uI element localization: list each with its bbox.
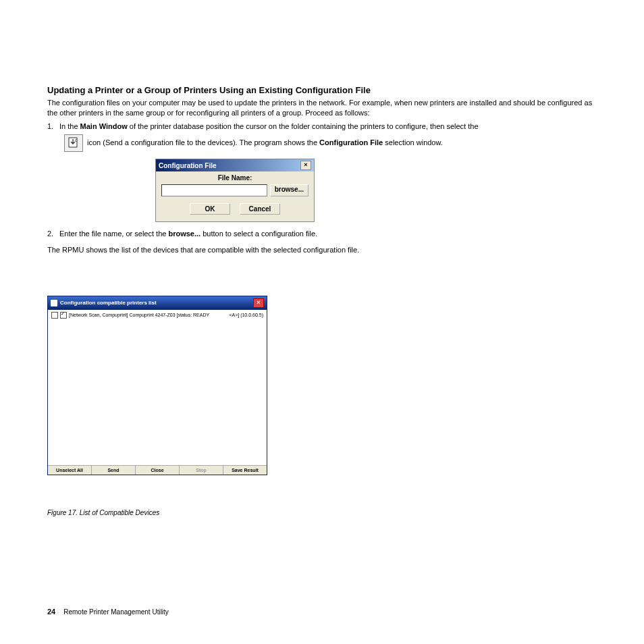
dialog1-titlebar: Configuration File × — [156, 159, 314, 171]
dialog2-footer: Unselect All Send Close Stop Save Result — [48, 465, 267, 475]
ok-button[interactable]: OK — [190, 203, 230, 215]
step-number: 1. — [47, 122, 59, 132]
step-2: 2.Enter the file name, or select the bro… — [47, 229, 597, 239]
compatible-printers-dialog: Configuration compatible printers list ×… — [47, 296, 267, 475]
step1-text-c: icon (Send a configuration file to the d… — [87, 138, 319, 146]
browse-button[interactable]: browse... — [270, 184, 308, 196]
send-config-icon: c — [64, 134, 83, 152]
step-1: 1.In the Main Window of the printer data… — [47, 122, 597, 132]
dialog2-title: Configuration compatible printers list — [60, 300, 157, 306]
footer-title: Remote Printer Management Utility — [63, 608, 169, 616]
close-button[interactable]: Close — [136, 466, 180, 475]
step-number: 2. — [47, 229, 59, 239]
svg-text:c: c — [75, 138, 78, 142]
step1-bold1: Main Window — [80, 122, 128, 130]
send-button[interactable]: Send — [92, 466, 136, 475]
save-result-button[interactable]: Save Result — [223, 466, 267, 475]
checkbox[interactable] — [51, 312, 58, 319]
close-icon[interactable]: × — [300, 161, 311, 170]
step1-text-d: selection window. — [383, 138, 443, 146]
step2-bold1: browse... — [168, 230, 200, 238]
step1-text-a: In the — [59, 122, 80, 130]
unselect-all-button[interactable]: Unselect All — [48, 466, 92, 475]
close-icon[interactable]: × — [253, 298, 264, 308]
stop-button: Stop — [180, 466, 223, 475]
step2-text-a: Enter the file name, or select the — [59, 230, 168, 238]
printer-row-right: <A>] (10.0.60.5) — [229, 313, 263, 317]
file-name-label: File Name: — [161, 174, 308, 182]
list-item[interactable]: [Network Scan, Compuprint] Compuprint 42… — [51, 312, 263, 319]
step2-text-b: button to select a configuration file. — [200, 230, 317, 238]
dialog2-titlebar: Configuration compatible printers list × — [48, 296, 267, 310]
step-1-continued: c icon (Send a configuration file to the… — [47, 134, 597, 152]
page-footer: 24Remote Printer Management Utility — [47, 608, 169, 616]
step1-text-b: of the printer database position the cur… — [128, 122, 479, 130]
config-file-dialog: Configuration File × File Name: browse..… — [155, 159, 315, 222]
dialog1-title: Configuration File — [159, 162, 217, 169]
section-heading: Updating a Printer or a Group of Printer… — [47, 85, 597, 95]
intro-paragraph: The configuration files on your computer… — [47, 98, 597, 119]
cancel-button[interactable]: Cancel — [240, 203, 280, 215]
printer-list: [Network Scan, Compuprint] Compuprint 42… — [48, 310, 267, 465]
step1-bold2: Configuration File — [319, 138, 383, 146]
checkbox-checked[interactable] — [60, 312, 67, 319]
figure-caption: Figure 17. List of Compatible Devices — [47, 509, 597, 516]
file-name-input[interactable] — [161, 184, 267, 196]
para-after-step2: The RPMU shows the list of the devices t… — [47, 245, 597, 255]
app-icon — [51, 300, 57, 306]
page-number: 24 — [47, 608, 55, 616]
printer-row-text: [Network Scan, Compuprint] Compuprint 42… — [69, 313, 227, 317]
